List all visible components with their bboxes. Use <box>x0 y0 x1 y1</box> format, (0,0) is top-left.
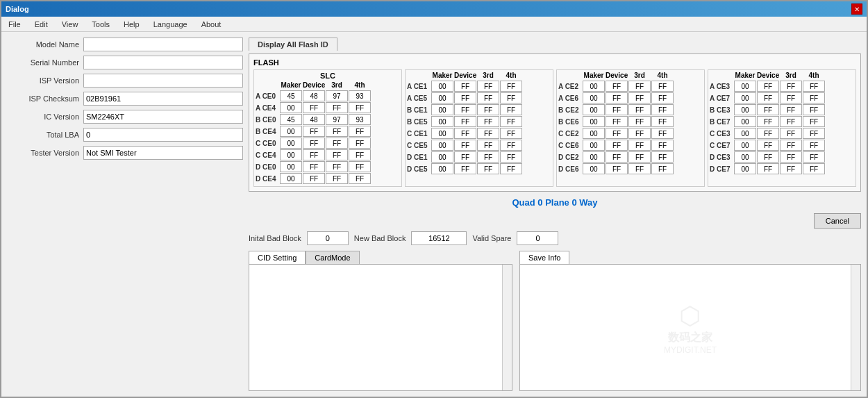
menubar-item-file[interactable]: File <box>1 19 28 30</box>
flash-cell-maker: 00 <box>431 92 453 103</box>
flash-cell-device: 48 <box>303 90 325 101</box>
flash-cell-fourth: FF <box>349 149 371 160</box>
flash-header-cell: 4th <box>349 81 371 89</box>
menubar-item-language[interactable]: Language <box>147 19 194 30</box>
flash-cell-maker: 00 <box>734 92 756 103</box>
flash-row-label: C CE0 <box>256 140 279 147</box>
flash-cell-third: FF <box>477 92 499 103</box>
flash-row-label: C CE2 <box>558 130 582 138</box>
flash-section-col2: MakerDevice3rd4thA CE100FFFFFFA CE500FFF… <box>405 69 553 187</box>
input-isp-version[interactable] <box>83 74 243 88</box>
menubar-item-about[interactable]: About <box>194 19 228 30</box>
label-serial-number: Serial Number <box>7 58 83 67</box>
flash-cell-device: FF <box>606 128 628 139</box>
flash-cell-third: 97 <box>326 114 348 125</box>
flash-cell-third: FF <box>780 163 802 174</box>
input-total-lba[interactable] <box>83 128 243 142</box>
flash-header-cell: Maker <box>280 81 302 89</box>
flash-cell-third: FF <box>477 128 499 139</box>
tab-cid-setting[interactable]: CID Setting <box>249 251 306 264</box>
flash-cell-maker: 00 <box>583 104 605 115</box>
flash-cell-third: FF <box>628 151 651 163</box>
label-tester-version: Tester Version <box>7 149 83 157</box>
flash-row-label: A CE0 <box>256 92 279 100</box>
flash-row: B CE100FFFFFF <box>407 104 551 115</box>
flash-row: A CE500FFFFFF <box>407 92 551 103</box>
field-row-isp-version: ISP Version <box>7 74 243 88</box>
cancel-button[interactable]: Cancel <box>814 213 861 229</box>
close-button[interactable]: ✕ <box>851 3 862 15</box>
flash-header-cell: 3rd <box>628 72 651 79</box>
field-row-serial-number: Serial Number <box>7 56 243 69</box>
flash-row-label: B CE4 <box>256 128 279 135</box>
panel-content-right: ⬡ 数码之家 MYDIGIT.NET <box>519 264 861 391</box>
flash-row: D CE100FFFFFF <box>407 151 551 163</box>
flash-header-cell: 3rd <box>780 72 802 79</box>
new-bad-block-input[interactable] <box>411 231 467 245</box>
flash-cell-maker: 00 <box>280 138 302 149</box>
flash-cell-maker: 00 <box>431 116 453 127</box>
scrollbar-left[interactable] <box>502 265 512 390</box>
flash-cell-fourth: FF <box>651 128 674 139</box>
field-row-tester-version: Tester Version <box>7 146 243 160</box>
display-all-flash-id-button[interactable]: Display All Flash ID <box>249 38 337 51</box>
flash-cell-maker: 00 <box>734 116 756 127</box>
flash-cell-fourth: FF <box>500 128 522 139</box>
menubar-item-help[interactable]: Help <box>117 19 147 30</box>
left-panel: Model NameSerial NumberISP VersionISP Ch… <box>7 38 243 391</box>
scrollbar-right[interactable] <box>851 265 860 390</box>
flash-cell-maker: 00 <box>431 104 453 115</box>
flash-header-cell: Maker <box>583 72 605 79</box>
flash-cell-fourth: FF <box>500 104 522 115</box>
label-isp-version: ISP Version <box>7 76 83 85</box>
initial-bad-block-label: Inital Bad Block <box>249 234 301 242</box>
flash-cell-device: FF <box>454 128 476 139</box>
flash-cell-device: FF <box>606 151 628 163</box>
flash-cell-maker: 00 <box>431 128 453 139</box>
watermark-line1: 数码之家 <box>664 330 717 345</box>
flash-cell-device: FF <box>757 140 779 151</box>
input-ic-version[interactable] <box>83 110 243 124</box>
tab-cardmode[interactable]: CardMode <box>306 251 359 264</box>
flash-cell-fourth: 93 <box>349 114 371 125</box>
flash-cell-device: FF <box>454 151 476 163</box>
tab-save-info[interactable]: Save Info <box>519 251 569 264</box>
flash-cell-device: FF <box>303 138 325 149</box>
flash-row-label: C CE1 <box>407 130 431 138</box>
flash-cell-device: 48 <box>303 114 325 125</box>
flash-cell-third: FF <box>780 128 802 139</box>
menubar-item-view[interactable]: View <box>55 19 85 30</box>
valid-spare-input[interactable] <box>517 231 558 245</box>
menubar-item-tools[interactable]: Tools <box>85 19 117 30</box>
flash-section-slc: SLCMakerDevice3rd4thA CE045489793A CE400… <box>253 69 402 187</box>
input-model-name[interactable] <box>83 38 243 51</box>
input-isp-checksum[interactable] <box>83 92 243 106</box>
flash-cell-third: FF <box>780 116 802 127</box>
valid-spare-label: Valid Spare <box>472 234 511 242</box>
flash-cell-fourth: FF <box>500 116 522 127</box>
flash-row-label: C CE5 <box>407 142 431 149</box>
flash-row: D CE300FFFFFF <box>710 151 854 163</box>
flash-cell-device: FF <box>454 140 476 151</box>
flash-row-label: D CE4 <box>256 175 279 183</box>
quad-info: Quad 0 Plane 0 Way <box>249 197 861 208</box>
flash-row: B CE300FFFFFF <box>710 104 854 115</box>
flash-row-label: B CE2 <box>558 106 582 114</box>
flash-header-cell: 4th <box>803 72 825 79</box>
flash-cell-maker: 45 <box>280 90 302 101</box>
input-serial-number[interactable] <box>83 56 243 69</box>
flash-cell-fourth: FF <box>803 81 825 92</box>
input-tester-version[interactable] <box>83 146 243 160</box>
flash-row: A CE600FFFFFF <box>558 92 703 103</box>
flash-row-label: B CE0 <box>256 116 279 124</box>
flash-row: C CE500FFFFFF <box>407 140 551 151</box>
flash-cell-maker: 00 <box>280 173 302 184</box>
flash-cell-third: FF <box>326 126 348 137</box>
flash-cell-device: FF <box>454 81 476 92</box>
flash-row-label: D CE7 <box>710 165 733 173</box>
initial-bad-block-input[interactable] <box>307 231 349 245</box>
flash-cell-fourth: FF <box>349 138 371 149</box>
field-row-total-lba: Total LBA <box>7 128 243 142</box>
menubar-item-edit[interactable]: Edit <box>28 19 55 30</box>
flash-cell-device: FF <box>757 128 779 139</box>
